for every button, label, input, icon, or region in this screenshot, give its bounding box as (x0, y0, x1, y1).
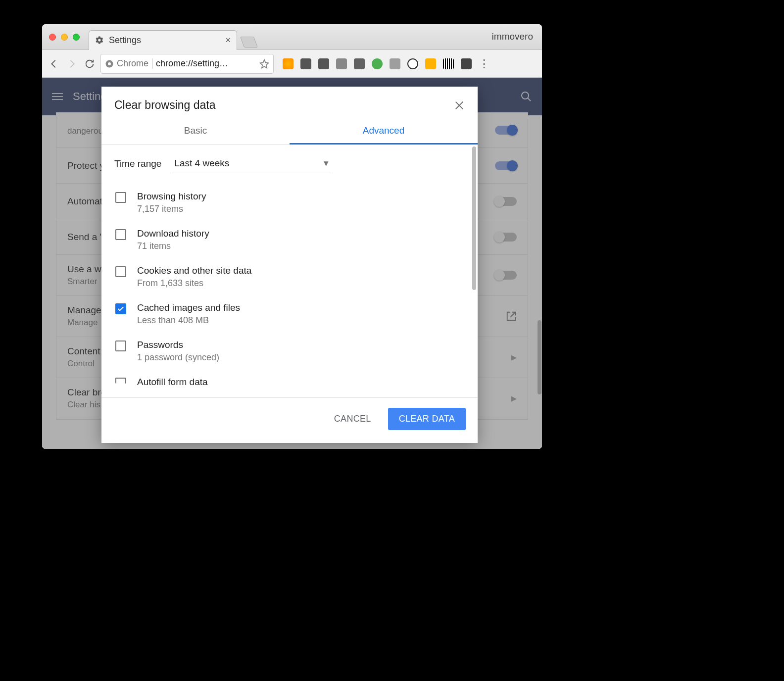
close-tab-icon[interactable]: × (225, 35, 231, 46)
tab-basic[interactable]: Basic (101, 117, 290, 145)
forward-button[interactable] (65, 57, 79, 71)
close-window-button[interactable] (49, 34, 56, 41)
chrome-page-icon (105, 59, 114, 68)
dialog-footer: CANCEL CLEAR DATA (101, 397, 478, 443)
extension-icon[interactable] (336, 58, 347, 69)
titlebar: Settings × immovero (42, 24, 542, 50)
option-cookies[interactable]: Cookies and other site dataFrom 1,633 si… (114, 258, 465, 295)
zoom-window-button[interactable] (73, 34, 80, 41)
browser-tab[interactable]: Settings × (89, 30, 237, 50)
url-scheme-label: Chrome (117, 58, 153, 69)
time-range-value: Last 4 weeks (174, 158, 229, 169)
checkbox[interactable] (115, 229, 126, 240)
extension-icon[interactable] (354, 58, 365, 69)
dialog-tabs: Basic Advanced (101, 117, 478, 145)
svg-point-1 (108, 62, 111, 65)
time-range-row: Time range Last 4 weeks ▾ (114, 154, 465, 173)
extension-icon[interactable] (283, 58, 294, 69)
back-button[interactable] (47, 57, 61, 71)
time-range-select[interactable]: Last 4 weeks ▾ (172, 154, 331, 173)
extension-icon[interactable] (407, 58, 418, 69)
clear-browsing-data-dialog: Clear browsing data Basic Advanced Time … (101, 87, 478, 443)
profile-name[interactable]: immovero (492, 31, 533, 42)
checkbox[interactable] (115, 266, 126, 277)
extension-icon[interactable] (372, 58, 383, 69)
option-download-history[interactable]: Download history71 items (114, 221, 465, 258)
extension-icons (283, 58, 472, 69)
bookmark-star-icon[interactable] (259, 59, 269, 69)
checkbox[interactable] (115, 340, 126, 351)
address-bar[interactable]: Chrome chrome://setting… (100, 54, 274, 74)
page-content: Settings dangerou Protect y Automat Send… (42, 78, 542, 449)
dialog-title: Clear browsing data (114, 98, 454, 112)
cancel-button[interactable]: CANCEL (327, 409, 378, 429)
dialog-body: Time range Last 4 weeks ▾ Browsing histo… (101, 145, 478, 397)
tab-title: Settings (109, 35, 220, 46)
option-browsing-history[interactable]: Browsing history7,157 items (114, 184, 465, 221)
option-passwords[interactable]: Passwords1 password (synced) (114, 333, 465, 370)
extension-icon[interactable] (318, 58, 329, 69)
toolbar: Chrome chrome://setting… ⋮ (42, 50, 542, 78)
chevron-down-icon: ▾ (324, 157, 329, 169)
traffic-lights (42, 34, 80, 41)
minimize-window-button[interactable] (61, 34, 68, 41)
option-autofill[interactable]: Autofill form data (114, 370, 465, 388)
time-range-label: Time range (114, 158, 161, 169)
dialog-header: Clear browsing data (101, 87, 478, 117)
tab-advanced[interactable]: Advanced (290, 117, 478, 145)
gear-icon (95, 36, 104, 45)
checkbox[interactable] (115, 192, 126, 203)
extension-icon[interactable] (461, 58, 472, 69)
option-cache[interactable]: Cached images and filesLess than 408 MB (114, 295, 465, 333)
extension-icon[interactable] (300, 58, 311, 69)
checkbox-checked[interactable] (115, 303, 126, 314)
url-text: chrome://setting… (156, 58, 228, 69)
extension-icon[interactable] (443, 58, 454, 69)
clear-data-button[interactable]: CLEAR DATA (388, 408, 466, 430)
checkbox[interactable] (115, 378, 126, 384)
modal-overlay: Clear browsing data Basic Advanced Time … (42, 78, 542, 449)
extension-icon[interactable] (425, 58, 436, 69)
reload-button[interactable] (83, 57, 97, 71)
extension-icon[interactable] (390, 58, 400, 69)
close-icon[interactable] (454, 100, 465, 111)
chrome-menu-button[interactable]: ⋮ (476, 57, 492, 70)
browser-window: Settings × immovero Chrome chrome://sett… (42, 24, 542, 449)
dialog-scrollbar[interactable] (472, 146, 476, 290)
clear-data-options: Browsing history7,157 items Download his… (114, 184, 465, 388)
new-tab-button[interactable] (240, 37, 258, 48)
